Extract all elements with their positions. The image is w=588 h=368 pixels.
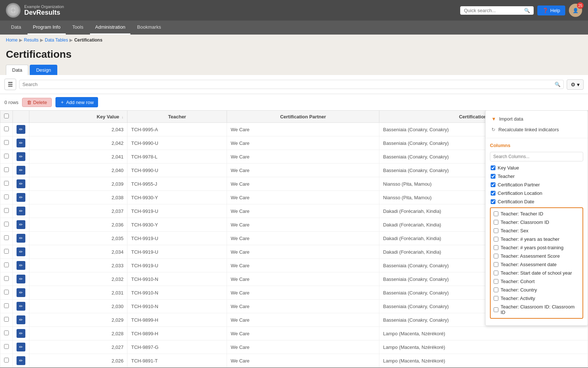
edit-row-button[interactable]: ✏	[17, 179, 25, 188]
row-checkbox-cell	[0, 177, 13, 191]
nav-item-administration[interactable]: Administration	[90, 21, 130, 35]
row-partner: We Care	[227, 150, 379, 164]
quick-search-input[interactable]	[464, 8, 522, 13]
edit-row-button[interactable]: ✏	[17, 193, 25, 202]
breadcrumb-data-tables[interactable]: Data Tables	[45, 37, 68, 43]
edit-row-button[interactable]: ✏	[17, 261, 25, 270]
column-checkbox[interactable]	[494, 211, 498, 216]
row-checkbox[interactable]	[4, 167, 9, 172]
columns-search-input[interactable]	[490, 152, 583, 161]
column-checkbox[interactable]	[491, 165, 495, 170]
row-key-value: 2,026	[29, 354, 127, 368]
edit-row-button[interactable]: ✏	[17, 166, 25, 175]
row-checkbox[interactable]	[4, 235, 9, 240]
edit-row-button[interactable]: ✏	[17, 139, 25, 147]
table-search-input[interactable]	[22, 82, 552, 87]
row-checkbox[interactable]	[4, 194, 9, 199]
row-checkbox[interactable]	[4, 290, 9, 294]
settings-button[interactable]: ⚙ ▾	[567, 79, 584, 90]
column-item-unchecked: Teacher: Classroom ID: Classroom ID	[493, 303, 580, 317]
col-header-key-value[interactable]: Key Value ↓	[29, 111, 127, 123]
column-item-checked: Key Value	[490, 164, 583, 172]
row-checkbox[interactable]	[4, 262, 9, 267]
nav-item-program-info[interactable]: Program Info	[28, 21, 65, 35]
row-checkbox[interactable]	[4, 249, 9, 254]
add-row-button[interactable]: ＋ Add new row	[55, 97, 98, 107]
table-search-icon: 🔍	[555, 82, 560, 87]
import-data-label: Import data	[499, 116, 523, 122]
row-checkbox[interactable]	[4, 208, 9, 213]
breadcrumb-results[interactable]: Results	[24, 37, 39, 43]
table-search-wrap: 🔍	[19, 80, 564, 89]
edit-row-button[interactable]: ✏	[17, 288, 25, 297]
menu-toggle-button[interactable]: ☰	[4, 79, 16, 90]
row-checkbox[interactable]	[4, 140, 9, 145]
column-checkbox[interactable]	[494, 287, 498, 292]
row-checkbox[interactable]	[4, 276, 9, 281]
column-checkbox[interactable]	[491, 182, 495, 187]
column-checkbox[interactable]	[494, 279, 498, 284]
column-checkbox[interactable]	[491, 191, 495, 196]
row-partner: We Care	[227, 191, 379, 204]
row-actions: 0 rows 🗑 Delete ＋ Add new row	[0, 94, 588, 110]
edit-row-button[interactable]: ✏	[17, 315, 25, 324]
recalculate-item[interactable]: ↻ Recalculate linked indicators	[486, 124, 588, 135]
column-item-unchecked: Teacher: Cohort	[493, 277, 580, 286]
row-checkbox[interactable]	[4, 358, 9, 362]
edit-row-button[interactable]: ✏	[17, 207, 25, 215]
tab-data[interactable]: Data	[6, 65, 28, 75]
row-checkbox[interactable]	[4, 331, 9, 335]
edit-row-button[interactable]: ✏	[17, 234, 25, 243]
row-checkbox[interactable]	[4, 181, 9, 186]
column-checkbox[interactable]	[494, 262, 498, 267]
row-checkbox[interactable]	[4, 154, 9, 158]
edit-row-button[interactable]: ✏	[17, 302, 25, 311]
row-checkbox[interactable]	[4, 303, 9, 308]
nav-item-data[interactable]: Data	[6, 21, 26, 35]
column-checkbox[interactable]	[494, 228, 498, 233]
column-checkbox[interactable]	[494, 271, 498, 275]
edit-row-button[interactable]: ✏	[17, 329, 25, 338]
row-checkbox[interactable]	[4, 222, 9, 226]
column-checkbox[interactable]	[494, 245, 498, 250]
column-checkbox[interactable]	[491, 174, 495, 179]
col-header-teacher[interactable]: Teacher	[127, 111, 227, 123]
edit-row-button[interactable]: ✏	[17, 343, 25, 351]
column-checkbox[interactable]	[491, 199, 495, 204]
edit-row-button[interactable]: ✏	[17, 220, 25, 229]
delete-button[interactable]: 🗑 Delete	[22, 98, 52, 107]
col-header-cert-partner[interactable]: Certification Partner	[227, 111, 379, 123]
column-checkbox[interactable]	[494, 254, 498, 258]
row-teacher: TCH-9990-U	[127, 136, 227, 150]
breadcrumb-home[interactable]: Home	[6, 37, 18, 43]
column-item-checked: Certification Date	[490, 197, 583, 206]
column-checkbox[interactable]	[494, 220, 498, 225]
help-button[interactable]: ❓ Help	[537, 6, 565, 15]
column-checkbox[interactable]	[494, 307, 498, 312]
edit-row-button[interactable]: ✏	[17, 275, 25, 283]
avatar[interactable]: 👤 25	[569, 4, 582, 17]
column-item-unchecked: Teacher: Country	[493, 286, 580, 294]
row-partner: We Care	[227, 327, 379, 340]
row-checkbox[interactable]	[4, 344, 9, 349]
tab-design[interactable]: Design	[30, 65, 57, 75]
import-data-item[interactable]: ▼ Import data	[486, 114, 588, 124]
column-item-unchecked: Teacher: Assessment date	[493, 260, 580, 269]
nav-item-tools[interactable]: Tools	[67, 21, 89, 35]
row-key-value: 2,031	[29, 286, 127, 300]
edit-row-button[interactable]: ✏	[17, 152, 25, 161]
edit-row-button[interactable]: ✏	[17, 356, 25, 365]
select-all-checkbox[interactable]	[4, 114, 9, 118]
plus-icon: ＋	[60, 99, 65, 106]
breadcrumb-current: Certifications	[74, 37, 102, 43]
nav-item-bookmarks[interactable]: Bookmarks	[132, 21, 166, 35]
row-checkbox[interactable]	[4, 317, 9, 322]
column-checkbox[interactable]	[494, 296, 498, 301]
edit-row-button[interactable]: ✏	[17, 247, 25, 256]
column-label: Teacher: # years as teacher	[501, 236, 559, 242]
column-checkbox[interactable]	[494, 237, 498, 242]
edit-row-button[interactable]: ✏	[17, 125, 25, 134]
row-checkbox[interactable]	[4, 126, 9, 131]
quick-search-box[interactable]: 🔍	[460, 6, 534, 15]
row-checkbox-cell	[0, 218, 13, 232]
